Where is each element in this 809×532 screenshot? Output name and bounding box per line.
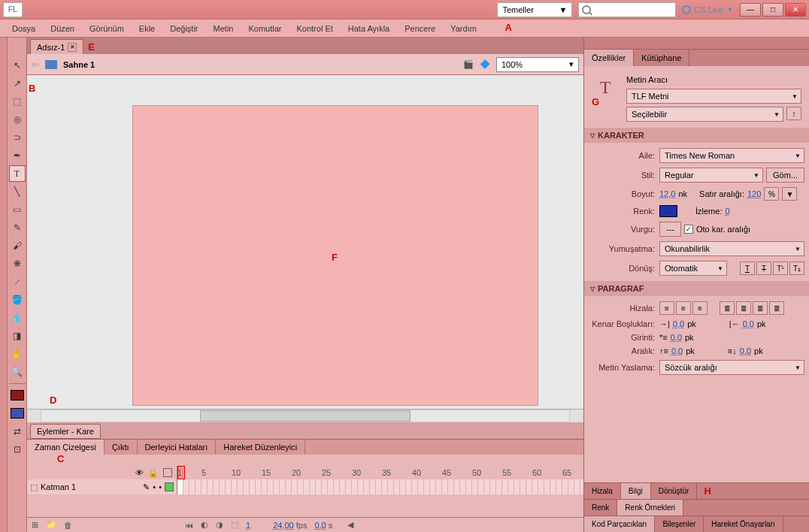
leading-dd[interactable]: ▼ (782, 187, 797, 201)
workspace-switcher[interactable]: Temeller ▼ (497, 2, 572, 17)
embed-button[interactable]: Göm... (766, 168, 804, 183)
subscript-button[interactable]: T₁ (789, 261, 804, 275)
tab-properties[interactable]: Özellikler (584, 50, 634, 66)
section-character[interactable]: KARAKTER (584, 128, 809, 143)
edit-symbol-icon[interactable]: 🔷 (480, 59, 490, 69)
doc-tab[interactable]: Adsız-1 ✕ (30, 39, 83, 54)
timeline-ruler[interactable]: 15101520253035404550556065 (177, 466, 583, 479)
stroke-color[interactable] (9, 387, 26, 404)
tab-transform[interactable]: Dönüştür (651, 483, 698, 499)
menu-dosya[interactable]: Dosya (5, 24, 43, 33)
section-paragraph[interactable]: PARAGRAF (584, 281, 809, 296)
deco-tool[interactable]: ❋ (9, 255, 26, 272)
font-size-value[interactable]: 12,0 (659, 189, 675, 198)
menu-yardim[interactable]: Yardım (443, 24, 484, 33)
collapse-strip[interactable] (0, 38, 8, 532)
text-tool[interactable]: T (9, 165, 26, 182)
pen-tool[interactable]: ✒ (9, 147, 26, 164)
tab-motion-presets[interactable]: Hareket Önayarları (704, 516, 783, 532)
bone-tool[interactable]: ⟋ (9, 274, 26, 290)
selection-tool[interactable]: ↖ (9, 57, 26, 74)
pencil-tool[interactable]: ✎ (9, 219, 26, 236)
swap-colors[interactable]: ⇄ (9, 423, 26, 440)
menu-komutlar[interactable]: Komutlar (241, 24, 289, 33)
snap-toggle[interactable]: ⊡ (9, 441, 26, 458)
menu-metin[interactable]: Metin (206, 24, 241, 33)
frames-area[interactable] (177, 479, 583, 494)
close-button[interactable]: ✕ (785, 3, 806, 17)
delete-layer-icon[interactable]: 🗑 (64, 521, 72, 530)
justify-center[interactable]: ≣ (736, 301, 751, 315)
space-before-value[interactable]: 0,0 (671, 346, 683, 355)
leading-unit[interactable]: % (764, 187, 779, 201)
menu-ekle[interactable]: Ekle (132, 24, 162, 33)
rectangle-tool[interactable]: ▭ (9, 201, 26, 218)
actions-panel-tab[interactable]: Eylemler - Kare (30, 424, 101, 439)
justify-right[interactable]: ≣ (753, 301, 768, 315)
highlight-swatch[interactable]: --- (659, 222, 681, 237)
new-folder-icon[interactable]: 📁 (46, 520, 56, 530)
menu-hata[interactable]: Hata Ayıkla (341, 24, 397, 33)
font-style-dropdown[interactable]: Regular▼ (659, 168, 763, 183)
lock-icon[interactable]: 🔒 (148, 468, 159, 478)
text-color-swatch[interactable] (659, 205, 677, 217)
onion-skin-icon[interactable]: ◐ (201, 520, 208, 530)
align-center[interactable]: ≡ (676, 301, 691, 315)
menu-kontrol[interactable]: Kontrol Et (289, 24, 340, 33)
nav-back-icon[interactable]: ⇦ (32, 59, 39, 70)
underline-button[interactable]: T (740, 261, 755, 275)
cs-live-button[interactable]: CS Live▾ (682, 5, 732, 14)
new-layer-icon[interactable]: ⊞ (32, 520, 38, 530)
justify-left[interactable]: ≣ (720, 301, 735, 315)
fill-color[interactable] (9, 405, 26, 422)
layer-row[interactable]: ⬚ Katman 1 ✎ •• (27, 479, 177, 494)
autokern-checkbox[interactable]: ✓ (684, 225, 693, 234)
zoom-dropdown[interactable]: 100% ▾ (496, 57, 579, 72)
maximize-button[interactable]: □ (762, 3, 783, 17)
brush-tool[interactable]: 🖌 (9, 237, 26, 254)
menu-gorunum[interactable]: Görünüm (82, 24, 132, 33)
tab-errors[interactable]: Derleyici Hataları (138, 440, 217, 455)
search-input[interactable] (578, 2, 676, 17)
stage[interactable] (132, 105, 538, 406)
align-right[interactable]: ≡ (692, 301, 707, 315)
superscript-button[interactable]: T¹ (773, 261, 788, 275)
text-engine-dropdown[interactable]: TLF Metni▼ (626, 89, 801, 104)
space-after-value[interactable]: 0,0 (740, 346, 751, 355)
line-tool[interactable]: ╲ (9, 183, 26, 200)
antialiasing-dropdown[interactable]: Okunabilirlik▼ (659, 241, 804, 256)
edit-multiple-icon[interactable]: ⬚ (231, 520, 238, 530)
tab-color[interactable]: Renk (584, 500, 617, 515)
onion-outline-icon[interactable]: ◑ (216, 520, 223, 530)
indent-value[interactable]: 0,0 (671, 333, 682, 342)
strikethrough-button[interactable]: T (756, 261, 771, 275)
tab-output[interactable]: Çıktı (105, 440, 138, 455)
edit-scene-icon[interactable]: 🎬 (463, 59, 474, 69)
font-family-dropdown[interactable]: Times New Roman▼ (659, 148, 804, 163)
paint-bucket-tool[interactable]: 🪣 (9, 292, 26, 308)
menu-duzen[interactable]: Düzen (43, 24, 82, 33)
tab-swatches[interactable]: Renk Örnekleri (617, 500, 683, 515)
outline-icon[interactable] (163, 468, 172, 477)
text-justify-dropdown[interactable]: Sözcük aralığı▼ (659, 360, 804, 375)
doc-close-icon[interactable]: ✕ (68, 43, 77, 52)
justify-all[interactable]: ≣ (769, 301, 784, 315)
visibility-icon[interactable]: 👁 (135, 468, 144, 477)
margin-left-value[interactable]: 0,0 (673, 319, 684, 328)
3d-rotation-tool[interactable]: ◎ (9, 111, 26, 128)
margin-right-value[interactable]: 0,0 (743, 319, 754, 328)
align-left[interactable]: ≡ (659, 301, 674, 315)
text-type-dropdown[interactable]: Seçilebilir▼ (626, 107, 783, 122)
tab-motion[interactable]: Hareket Düzenleyici (216, 440, 305, 455)
stage-area[interactable]: F D (27, 75, 583, 409)
menu-degistir[interactable]: Değiştir (162, 24, 205, 33)
tab-align[interactable]: Hizala (584, 483, 621, 499)
tab-components[interactable]: Bileşenler (655, 516, 704, 532)
minimize-button[interactable]: — (740, 3, 761, 17)
eyedropper-tool[interactable]: 💧 (9, 310, 26, 326)
rotation-dropdown[interactable]: Otomatik▼ (659, 261, 727, 276)
eraser-tool[interactable]: ◨ (9, 328, 26, 344)
hand-tool[interactable]: ✋ (9, 346, 26, 362)
h-scrollbar[interactable] (27, 409, 583, 422)
subselection-tool[interactable]: ↗ (9, 75, 26, 92)
